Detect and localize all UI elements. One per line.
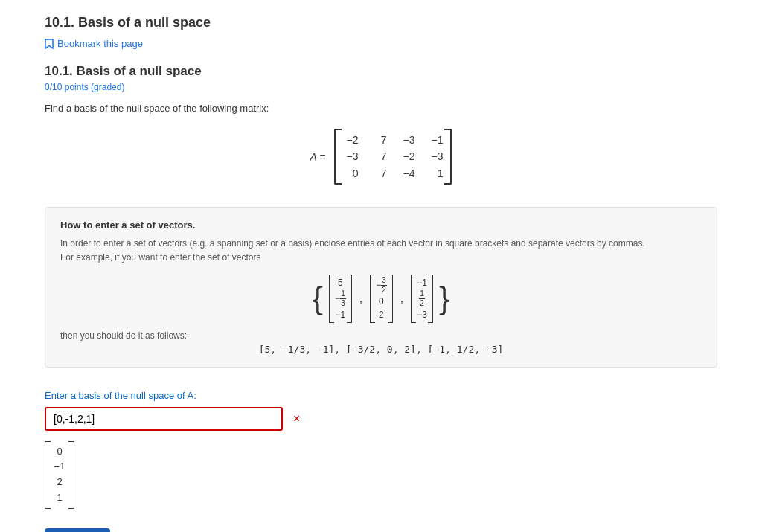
submit-button[interactable]: Submit bbox=[45, 528, 110, 532]
small-matrix-3: −1 12 −3 bbox=[411, 275, 433, 323]
hint-code: [5, -1/3, -1], [-3/2, 0, 2], [-1, 1/2, -… bbox=[60, 344, 702, 355]
section-title: 10.1. Basis of a null space bbox=[45, 64, 717, 79]
input-row: × bbox=[45, 407, 717, 431]
example-vector-3: −1 12 −3 bbox=[411, 275, 433, 323]
submit-section: Submit bbox=[45, 521, 717, 532]
matrix-row-3: 0 7 −4 1 bbox=[343, 165, 443, 182]
vector-preview-row-0: 0 bbox=[52, 444, 67, 460]
input-section-label: Enter a basis of the null space of A: bbox=[45, 390, 717, 401]
clear-button[interactable]: × bbox=[289, 411, 304, 427]
vector-preview: 0 −1 2 1 bbox=[45, 441, 74, 509]
example-vector-1: 5 −13 −1 bbox=[329, 275, 352, 323]
bookmark-icon bbox=[45, 39, 54, 49]
matrix-A: −2 7 −3 −1 −3 7 −2 −3 0 7 −4 1 bbox=[334, 129, 452, 185]
small-matrix-1: 5 −13 −1 bbox=[329, 275, 352, 323]
close-brace: } bbox=[439, 283, 449, 314]
vector-preview-row-2: 2 bbox=[52, 475, 67, 490]
hint-example-vectors: { 5 −13 −1 , −32 0 2 , −1 12 −3 bbox=[60, 275, 702, 323]
hint-title: How to enter a set of vectors. bbox=[60, 219, 702, 231]
hint-box: How to enter a set of vectors. In order … bbox=[45, 207, 717, 367]
example-vector-2: −32 0 2 bbox=[370, 275, 393, 323]
vector-preview-row-1: −1 bbox=[52, 459, 67, 475]
matrix-row-2: −3 7 −2 −3 bbox=[343, 148, 443, 164]
hint-description: In order to enter a set of vectors (e.g.… bbox=[60, 237, 702, 265]
score-label: 0/10 points (graded) bbox=[45, 82, 717, 92]
open-brace: { bbox=[313, 283, 323, 314]
vector-preview-row-3: 1 bbox=[52, 490, 67, 506]
answer-input[interactable] bbox=[45, 407, 283, 431]
matrix-display: A = −2 7 −3 −1 −3 7 −2 −3 0 7 −4 1 bbox=[45, 129, 717, 185]
bookmark-label: Bookmark this page bbox=[57, 38, 143, 49]
small-matrix-2: −32 0 2 bbox=[370, 275, 393, 323]
page-title: 10.1. Basis of a null space bbox=[45, 15, 717, 31]
comma-1: , bbox=[359, 292, 362, 305]
problem-statement: Find a basis of the null space of the fo… bbox=[45, 103, 717, 114]
comma-2: , bbox=[400, 292, 403, 305]
matrix-row-1: −2 7 −3 −1 bbox=[343, 132, 443, 148]
score-value: 0/10 bbox=[45, 82, 62, 92]
bookmark-link[interactable]: Bookmark this page bbox=[45, 38, 143, 49]
matrix-label: A = bbox=[310, 151, 326, 163]
hint-follows-label: then you should do it as follows: bbox=[60, 330, 702, 341]
